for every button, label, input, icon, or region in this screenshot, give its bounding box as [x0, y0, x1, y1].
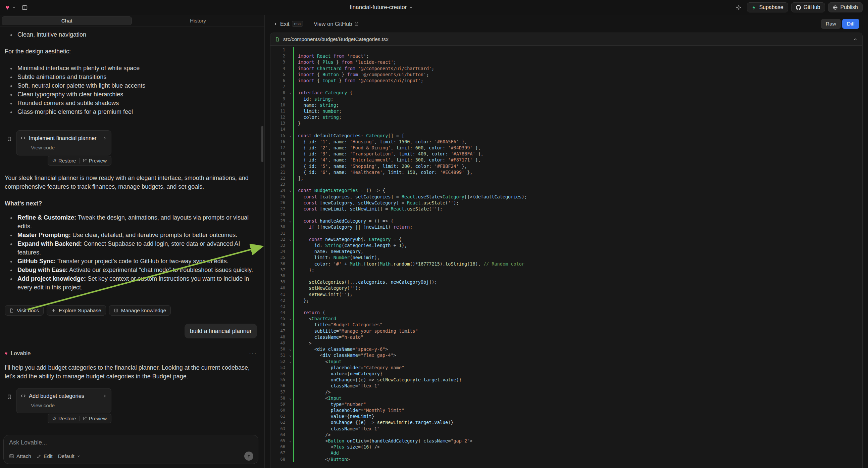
view-code-link[interactable]: View code — [31, 401, 107, 410]
preview-button[interactable]: Preview — [80, 157, 110, 164]
view-on-github-link[interactable]: View on GitHub — [314, 21, 359, 27]
chevron-up-icon[interactable] — [853, 37, 858, 41]
explore-supabase-button[interactable]: Explore Supabase — [46, 305, 106, 316]
line-number: 45 — [271, 316, 288, 322]
assistant-message-header: ♥ Lovable ··· — [5, 349, 257, 358]
line-number: 51 — [271, 352, 288, 358]
list-item: Expand with Backend: Connect Supabase to… — [16, 239, 257, 257]
code-text: { id: '6', name: 'Healthcare', limit: 15… — [294, 169, 472, 175]
visit-docs-button[interactable]: Visit docs — [5, 305, 43, 316]
code-line: 24⌄const BudgetCategories = () => { — [271, 187, 862, 194]
bookmark-icon[interactable] — [7, 136, 12, 142]
diff-view-button[interactable]: Diff — [842, 19, 859, 29]
line-number: 10 — [271, 102, 288, 108]
document-icon — [9, 308, 14, 313]
fold-spacer — [288, 456, 293, 462]
fold-chevron-icon[interactable]: ⌄ — [288, 358, 293, 364]
send-button[interactable] — [244, 451, 253, 461]
fold-chevron-icon[interactable]: ⌄ — [288, 218, 293, 224]
fold-chevron-icon[interactable]: ⌄ — [288, 236, 293, 242]
fold-chevron-icon[interactable]: ⌄ — [288, 133, 293, 139]
file-header[interactable]: src/components/budget/BudgetCategories.t… — [271, 33, 862, 46]
code-lines[interactable]: 12import React from 'react';3import { Pl… — [271, 46, 862, 468]
code-text: <Plus size={16} /> — [294, 444, 380, 450]
file-path: src/components/budget/BudgetCategories.t… — [283, 36, 849, 42]
fold-chevron-icon[interactable]: ⌄ — [288, 187, 293, 194]
chat-message-list[interactable]: Clean, intuitive navigation For the desi… — [0, 27, 265, 432]
fold-spacer — [288, 377, 293, 383]
code-text: if (!newCategory || !newLimit) return; — [294, 224, 413, 230]
chat-tab-bar: Chat History — [0, 15, 265, 27]
fold-chevron-icon[interactable]: ⌄ — [288, 438, 293, 444]
preview-label: Preview — [89, 158, 107, 164]
code-text: const defaultCategories: Category[] = [ — [294, 133, 404, 139]
code-line: 46 title="Budget Categories" — [271, 322, 862, 328]
fold-chevron-icon[interactable]: ⌄ — [288, 346, 293, 352]
fold-spacer — [288, 267, 293, 273]
item-bold-label: Expand with Backend: — [18, 240, 82, 247]
fold-spacer — [288, 163, 293, 169]
arrow-up-icon — [247, 454, 251, 458]
preview-label: Preview — [89, 416, 107, 421]
line-number: 40 — [271, 285, 288, 291]
lovable-logo-icon[interactable]: ♥ — [5, 4, 9, 11]
code-text: <Input — [294, 358, 342, 364]
line-number: 38 — [271, 273, 288, 279]
supabase-button[interactable]: Supabase — [747, 2, 788, 12]
fold-chevron-icon[interactable]: ⌄ — [288, 352, 293, 358]
code-edit-card[interactable]: Add budget categories View code — [16, 388, 112, 413]
fold-chevron-icon[interactable]: ⌄ — [288, 395, 293, 401]
manage-knowledge-label: Manage knowledge — [121, 308, 166, 314]
restore-button[interactable]: ↺ Restore — [49, 157, 79, 164]
bookmark-icon[interactable] — [7, 394, 12, 400]
tab-chat[interactable]: Chat — [2, 17, 132, 25]
code-line: 56 className="flex-1" — [271, 383, 862, 389]
fold-spacer — [288, 340, 293, 346]
model-selector[interactable]: Default — [58, 453, 81, 459]
fold-spacer — [288, 224, 293, 230]
chat-scrollbar-thumb[interactable] — [261, 126, 264, 162]
code-text — [294, 230, 298, 236]
code-text: { id: '1', name: 'Housing', limit: 1500,… — [294, 139, 467, 145]
code-edit-card[interactable]: Implement financial planner View code — [16, 130, 112, 155]
fold-spacer — [288, 47, 293, 53]
settings-gear-icon[interactable] — [736, 5, 741, 10]
line-number: 68 — [271, 456, 288, 462]
code-line: 45⌄ <ChartCard — [271, 316, 862, 322]
raw-view-button[interactable]: Raw — [821, 19, 841, 29]
restore-button[interactable]: ↺ Restore — [49, 415, 79, 422]
code-line: 20 { id: '5', name: 'Shopping', limit: 2… — [271, 163, 862, 169]
publish-button[interactable]: Publish — [828, 2, 863, 12]
card-actions-toolbar: ↺ Restore Preview — [48, 156, 112, 166]
code-edit-block: Add budget categories View code ↺ Restor… — [7, 388, 257, 423]
fold-chevron-icon[interactable]: ⌄ — [288, 316, 293, 322]
fold-spacer — [288, 65, 293, 71]
code-text — [294, 181, 298, 187]
fold-spacer — [288, 364, 293, 371]
exit-button[interactable]: Exit esc — [274, 21, 303, 27]
view-code-link[interactable]: View code — [31, 143, 107, 152]
github-button[interactable]: GitHub — [791, 2, 825, 12]
workspace-chevron-down-icon[interactable] — [12, 6, 16, 9]
fold-chevron-icon[interactable]: ⌄ — [288, 90, 293, 96]
fold-spacer — [288, 334, 293, 340]
list-item: Glass-morphic elements for a premium fee… — [16, 108, 257, 116]
project-menu[interactable]: financial-future-creator — [350, 4, 413, 11]
manage-knowledge-button[interactable]: Manage knowledge — [109, 305, 171, 316]
code-line: 2import React from 'react'; — [271, 53, 862, 59]
chat-input[interactable] — [9, 439, 253, 446]
file-icon — [275, 37, 280, 41]
fold-spacer — [288, 157, 293, 163]
sidebar-toggle-icon[interactable] — [22, 5, 28, 10]
code-text: /> — [294, 389, 331, 395]
more-options-button[interactable]: ··· — [249, 349, 257, 358]
tab-history[interactable]: History — [133, 17, 263, 25]
code-line: 15⌄const defaultCategories: Category[] =… — [271, 133, 862, 139]
attach-button[interactable]: Attach — [9, 453, 31, 459]
edit-mode-button[interactable]: Edit — [37, 453, 53, 459]
code-line: 29⌄ const handleAddCategory = () => { — [271, 218, 862, 224]
code-text: subtitle="Manage your spending limits" — [294, 328, 418, 334]
code-text — [294, 303, 298, 310]
preview-button[interactable]: Preview — [80, 415, 110, 422]
code-line: 14 — [271, 126, 862, 132]
